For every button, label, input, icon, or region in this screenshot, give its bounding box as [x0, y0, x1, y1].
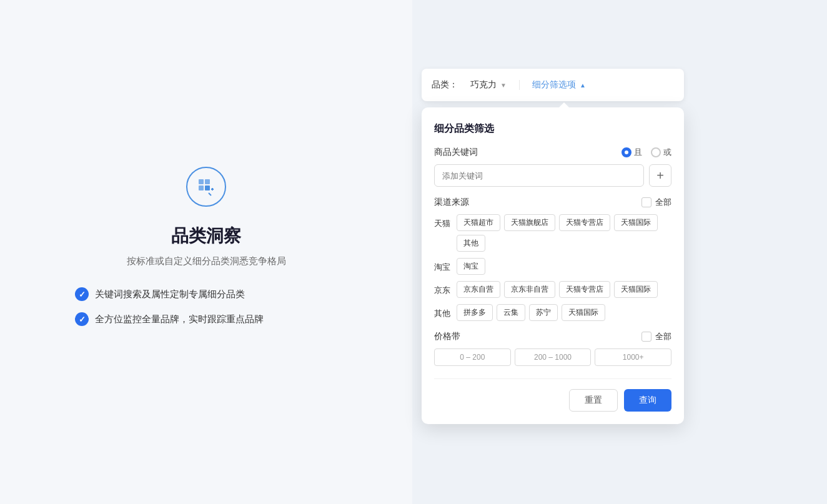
tag-tianmao-other[interactable]: 其他 [457, 235, 485, 252]
tag-jd-tianmao-intl[interactable]: 天猫国际 [614, 281, 658, 298]
channel-tags-jingdong: 京东自营 京东非自营 天猫专营店 天猫国际 [457, 281, 671, 298]
feature-item-1: 关键词搜索及属性定制专属细分品类 [75, 287, 337, 301]
feature-text-2: 全方位监控全量品牌，实时跟踪重点品牌 [95, 314, 264, 325]
channel-tags-taobao: 淘宝 [457, 258, 671, 275]
price-section: 价格带 全部 0 – 200 200 – 1000 1000+ [434, 331, 671, 366]
tag-yunji[interactable]: 云集 [497, 304, 525, 321]
tag-other-tianmao-intl[interactable]: 天猫国际 [562, 304, 605, 321]
price-tags: 0 – 200 200 – 1000 1000+ [434, 348, 671, 366]
divider [519, 80, 520, 90]
radio-and-circle [621, 147, 631, 157]
action-row: 重置 查询 [434, 378, 671, 412]
price-range-0-200[interactable]: 0 – 200 [434, 348, 511, 366]
radio-and[interactable]: 且 [621, 147, 642, 158]
reset-button[interactable]: 重置 [569, 389, 618, 412]
channel-name-tianmao: 天猫 [434, 214, 457, 229]
tag-jd-nonself[interactable]: 京东非自营 [504, 281, 555, 298]
category-label: 品类： [432, 79, 458, 91]
tag-tianmao-flagship[interactable]: 天猫旗舰店 [504, 214, 555, 231]
svg-rect-3 [205, 185, 210, 190]
price-range-200-1000[interactable]: 200 – 1000 [515, 348, 592, 366]
channel-all-checkbox[interactable]: 全部 [641, 197, 671, 208]
radio-or[interactable]: 或 [651, 147, 671, 158]
channel-label: 渠道来源 [434, 197, 469, 208]
feature-list: 关键词搜索及属性定制专属细分品类 全方位监控全量品牌，实时跟踪重点品牌 [75, 287, 337, 337]
channel-row-taobao: 淘宝 淘宝 [434, 258, 671, 275]
chevron-down-icon: ▼ [500, 82, 507, 89]
filter-bar: 品类： 巧克力 ▼ 细分筛选项 ▲ [422, 69, 684, 101]
channel-row-tianmao: 天猫 天猫超市 天猫旗舰店 天猫专营店 天猫国际 其他 [434, 214, 671, 252]
dropdown-arrow [559, 102, 569, 107]
price-range-1000plus[interactable]: 1000+ [595, 348, 671, 366]
keyword-input-row: + [434, 164, 671, 187]
tag-jd-self[interactable]: 京东自营 [457, 281, 500, 298]
keyword-label: 商品关键词 [434, 147, 478, 158]
radio-or-circle [651, 147, 661, 157]
tag-pinduoduo[interactable]: 拼多多 [457, 304, 493, 321]
price-all-label: 全部 [655, 331, 671, 342]
keyword-input[interactable] [434, 164, 644, 187]
price-label: 价格带 [434, 331, 460, 342]
dropdown-title: 细分品类筛选 [434, 122, 671, 136]
radio-and-label: 且 [634, 147, 642, 158]
svg-rect-2 [199, 185, 204, 190]
tag-tianmao-supermarket[interactable]: 天猫超市 [457, 214, 500, 231]
channel-row-other: 其他 拼多多 云集 苏宁 天猫国际 [434, 304, 671, 321]
channel-row-jingdong: 京东 京东自营 京东非自营 天猫专营店 天猫国际 [434, 281, 671, 298]
left-panel: 品类洞察 按标准或自定义细分品类洞悉竞争格局 关键词搜索及属性定制专属细分品类 … [0, 0, 412, 504]
page-subtitle: 按标准或自定义细分品类洞悉竞争格局 [127, 255, 286, 267]
channel-name-other: 其他 [434, 304, 457, 319]
keyword-section: 商品关键词 且 或 + [434, 147, 671, 187]
channel-name-taobao: 淘宝 [434, 258, 457, 273]
tag-tianmao-specialty[interactable]: 天猫专营店 [559, 214, 610, 231]
svg-line-6 [209, 193, 211, 195]
channel-section: 渠道来源 全部 天猫 天猫超市 天猫旗舰店 天猫专营店 天猫国际 其他 淘宝 淘… [434, 197, 671, 321]
channel-all-checkbox-box [641, 197, 651, 207]
channel-tags-other: 拼多多 云集 苏宁 天猫国际 [457, 304, 671, 321]
category-value: 巧克力 [470, 79, 497, 91]
query-button[interactable]: 查询 [624, 389, 671, 412]
channel-all-label: 全部 [655, 197, 671, 208]
category-insight-icon [186, 167, 226, 207]
add-keyword-button[interactable]: + [649, 164, 671, 187]
price-all-checkbox-box [641, 332, 651, 342]
feature-text-1: 关键词搜索及属性定制专属细分品类 [95, 289, 245, 300]
tag-jd-tianmao-specialty[interactable]: 天猫专营店 [559, 281, 610, 298]
sub-filter-button[interactable]: 细分筛选项 ▲ [527, 77, 591, 93]
sub-filter-label: 细分筛选项 [532, 79, 576, 91]
svg-rect-1 [205, 179, 210, 184]
keyword-radio-group: 且 或 [621, 147, 671, 158]
price-all-checkbox[interactable]: 全部 [641, 331, 671, 342]
filter-dropdown: 细分品类筛选 商品关键词 且 或 + 渠道来源 [422, 107, 684, 424]
tag-taobao[interactable]: 淘宝 [457, 258, 485, 275]
category-select[interactable]: 巧克力 ▼ [465, 77, 512, 93]
channel-tags-tianmao: 天猫超市 天猫旗舰店 天猫专营店 天猫国际 其他 [457, 214, 671, 252]
page-title: 品类洞察 [171, 224, 241, 248]
radio-or-label: 或 [663, 147, 671, 158]
check-icon-1 [75, 287, 89, 301]
check-icon-2 [75, 312, 89, 326]
chevron-up-icon: ▲ [580, 82, 586, 89]
channel-name-jingdong: 京东 [434, 281, 457, 296]
svg-rect-0 [199, 179, 204, 184]
tag-tianmao-intl[interactable]: 天猫国际 [614, 214, 658, 231]
tag-suning[interactable]: 苏宁 [529, 304, 558, 321]
feature-item-2: 全方位监控全量品牌，实时跟踪重点品牌 [75, 312, 337, 326]
